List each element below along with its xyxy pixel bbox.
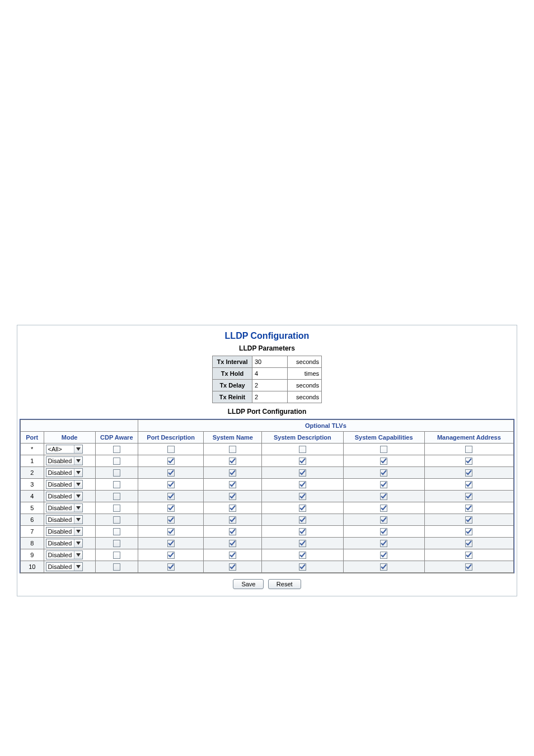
sys-desc-checkbox[interactable] [299,458,306,465]
sys-name-checkbox[interactable] [229,563,236,571]
reset-button[interactable]: Reset [268,579,301,589]
mode-select[interactable]: Disabled [46,503,83,512]
sys-cap-checkbox[interactable] [380,446,387,453]
port-desc-checkbox[interactable] [167,446,175,453]
sys-cap-checkbox[interactable] [380,516,387,524]
port-desc-checkbox[interactable] [167,481,175,488]
cdp-aware-checkbox[interactable] [113,516,120,524]
param-input[interactable] [252,368,287,379]
sys-name-checkbox[interactable] [229,493,236,500]
sys-name-checkbox[interactable] [229,505,236,512]
sys-name-checkbox[interactable] [229,528,236,535]
cdp-aware-checkbox[interactable] [113,563,120,571]
cdp-aware-checkbox[interactable] [113,540,120,547]
port-desc-checkbox[interactable] [167,540,175,547]
port-desc-checkbox[interactable] [167,505,175,512]
mode-select[interactable]: Disabled [46,562,83,571]
sys-cap-checkbox[interactable] [380,563,387,571]
sys-name-checkbox[interactable] [229,469,236,477]
port-desc-checkbox[interactable] [167,458,175,465]
sys-name-checkbox[interactable] [229,446,236,453]
cdp-aware-checkbox[interactable] [113,552,120,559]
sys-cap-checkbox[interactable] [380,528,387,535]
sys-desc-checkbox[interactable] [299,493,306,500]
mgmt-addr-checkbox[interactable] [465,505,472,512]
mode-select[interactable]: Disabled [46,515,83,524]
sys-desc-checkbox[interactable] [299,469,306,477]
chevron-down-icon[interactable] [74,539,82,547]
mgmt-addr-checkbox[interactable] [465,446,472,453]
sys-name-checkbox[interactable] [229,540,236,547]
port-desc-checkbox[interactable] [167,493,175,500]
sys-desc-checkbox[interactable] [299,505,306,512]
sys-name-checkbox[interactable] [229,481,236,488]
sys-name-checkbox[interactable] [229,516,236,524]
port-desc-checkbox[interactable] [167,528,175,535]
cdp-aware-checkbox[interactable] [113,446,120,453]
checkbox-cell [262,561,343,573]
chevron-down-icon[interactable] [74,492,82,500]
mgmt-addr-checkbox[interactable] [465,540,472,547]
mgmt-addr-checkbox[interactable] [465,493,472,500]
port-desc-checkbox[interactable] [167,552,175,559]
sys-desc-checkbox[interactable] [299,446,306,453]
sys-cap-checkbox[interactable] [380,552,387,559]
sys-cap-checkbox[interactable] [380,458,387,465]
mode-select[interactable]: Disabled [46,456,83,465]
cdp-aware-checkbox[interactable] [113,481,120,488]
port-desc-checkbox[interactable] [167,469,175,477]
mode-select[interactable]: Disabled [46,550,83,559]
param-input[interactable] [252,357,287,367]
cdp-aware-checkbox[interactable] [113,493,120,500]
mode-select[interactable]: Disabled [46,527,83,536]
chevron-down-icon[interactable] [74,563,82,571]
mode-select[interactable]: Disabled [46,539,83,548]
cdp-aware-checkbox[interactable] [113,469,120,477]
sys-cap-checkbox[interactable] [380,540,387,547]
sys-desc-checkbox[interactable] [299,481,306,488]
svg-marker-3 [76,483,81,486]
sys-desc-checkbox[interactable] [299,528,306,535]
save-button[interactable]: Save [233,579,264,589]
cdp-aware-checkbox[interactable] [113,458,120,465]
mgmt-addr-checkbox[interactable] [465,563,472,571]
mgmt-addr-checkbox[interactable] [465,528,472,535]
chevron-down-icon[interactable] [74,504,82,512]
mode-select[interactable]: Disabled [46,492,83,501]
mgmt-addr-checkbox[interactable] [465,516,472,524]
chevron-down-icon[interactable] [74,528,82,535]
chevron-down-icon[interactable] [74,457,82,465]
chevron-down-icon[interactable] [74,445,82,453]
param-input[interactable] [252,392,287,402]
sys-cap-checkbox[interactable] [380,481,387,488]
mgmt-addr-checkbox[interactable] [465,458,472,465]
sys-desc-checkbox[interactable] [299,540,306,547]
chevron-down-icon[interactable] [74,469,82,477]
chevron-down-icon[interactable] [74,551,82,559]
chevron-down-icon[interactable] [74,516,82,524]
mode-select[interactable]: <All> [46,445,83,454]
sys-desc-checkbox[interactable] [299,563,306,571]
sys-name-checkbox[interactable] [229,552,236,559]
cdp-aware-checkbox[interactable] [113,505,120,512]
sys-desc-checkbox[interactable] [299,516,306,524]
col-port-desc: Port Description [138,432,204,444]
mode-select[interactable]: Disabled [46,468,83,477]
mgmt-addr-checkbox[interactable] [465,481,472,488]
sys-name-checkbox[interactable] [229,458,236,465]
mode-select[interactable]: Disabled [46,480,83,489]
sys-cap-checkbox[interactable] [380,469,387,477]
sys-desc-checkbox[interactable] [299,552,306,559]
chevron-down-icon[interactable] [74,480,82,488]
svg-marker-10 [76,565,81,568]
checkbox-cell [424,455,513,467]
sys-cap-checkbox[interactable] [380,493,387,500]
mgmt-addr-checkbox[interactable] [465,552,472,559]
param-input[interactable] [252,380,287,390]
port-desc-checkbox[interactable] [167,516,175,524]
sys-cap-checkbox[interactable] [380,505,387,512]
mgmt-addr-checkbox[interactable] [465,469,472,477]
checkbox-cell [424,526,513,538]
port-desc-checkbox[interactable] [167,563,175,571]
cdp-aware-checkbox[interactable] [113,528,120,535]
